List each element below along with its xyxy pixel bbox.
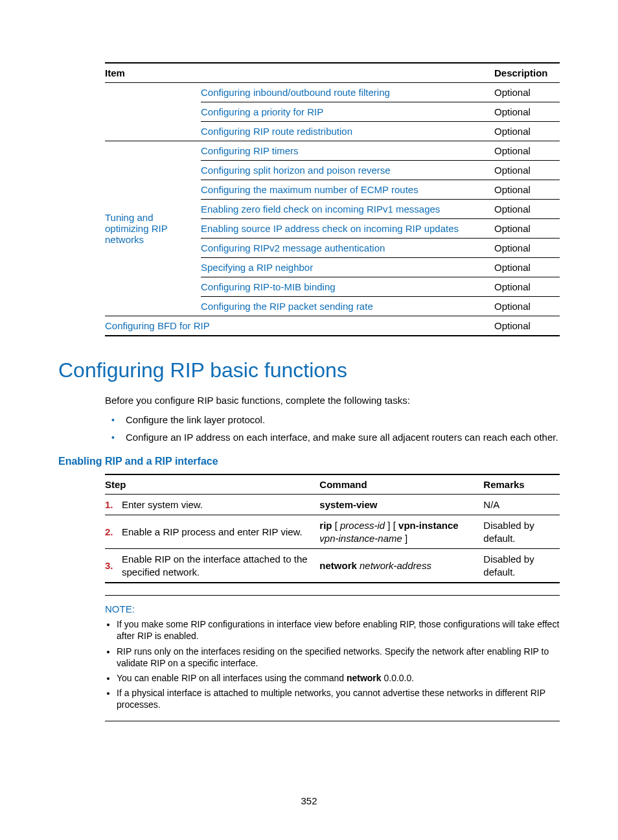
link[interactable]: Specifying a RIP neighbor	[201, 262, 313, 273]
desc-cell: Optional	[494, 258, 560, 277]
section-heading: Configuring RIP basic functions	[58, 358, 560, 382]
desc-cell: Optional	[494, 219, 560, 239]
desc-cell: Optional	[494, 277, 560, 297]
link[interactable]: Configuring the RIP packet sending rate	[201, 301, 373, 312]
note-item: You can enable RIP on all interfaces usi…	[117, 672, 560, 684]
task-table: Item Description Configuring inbound/out…	[105, 62, 560, 336]
desc-cell: Optional	[494, 122, 560, 141]
prereq-list: Configure the link layer protocol. Confi…	[105, 414, 560, 444]
step-table: Step Command Remarks 1. Enter system vie…	[105, 474, 560, 584]
link[interactable]: Enabling source IP address check on inco…	[201, 223, 459, 234]
remarks-cell: N/A	[483, 494, 560, 515]
note-box: NOTE: If you make some RIP configuration…	[105, 595, 560, 721]
link[interactable]: Configuring RIP route redistribution	[201, 126, 352, 137]
note-item: RIP runs only on the interfaces residing…	[117, 646, 560, 669]
note-item: If a physical interface is attached to m…	[117, 687, 560, 710]
link[interactable]: Configuring split horizon and poison rev…	[201, 165, 391, 176]
desc-cell: Optional	[494, 297, 560, 316]
link[interactable]: Configuring BFD for RIP	[105, 320, 210, 331]
desc-cell: Optional	[494, 102, 560, 122]
cmd-cell: rip [ process-id ] [ vpn-instancevpn-ins…	[319, 515, 483, 549]
desc-cell: Optional	[494, 180, 560, 200]
th-cmd: Command	[319, 474, 483, 495]
page: Item Description Configuring inbound/out…	[0, 0, 618, 840]
group-label[interactable]: Tuning and optimizing RIP networks	[105, 141, 201, 316]
step-num: 2.	[105, 515, 122, 549]
link[interactable]: Configuring inbound/outbound route filte…	[201, 87, 390, 98]
step-text: Enter system view.	[122, 494, 319, 515]
th-desc: Description	[494, 63, 560, 83]
intro-paragraph: Before you configure RIP basic functions…	[105, 394, 560, 407]
cmd-cell: system-view	[319, 494, 483, 515]
desc-cell: Optional	[494, 83, 560, 102]
note-title: NOTE:	[105, 603, 560, 614]
step-num: 3.	[105, 549, 122, 583]
step-num: 1.	[105, 494, 122, 515]
link[interactable]: Enabling zero field check on incoming RI…	[201, 204, 440, 215]
desc-cell: Optional	[494, 316, 560, 336]
note-item: If you make some RIP configurations in i…	[117, 618, 560, 642]
link[interactable]: Configuring a priority for RIP	[201, 106, 323, 117]
list-item: Configure an IP address on each interfac…	[123, 431, 560, 444]
link[interactable]: Configuring RIPv2 message authentication	[201, 242, 385, 253]
step-text: Enable a RIP process and enter RIP view.	[122, 515, 319, 549]
cmd-cell: network network-address	[319, 549, 483, 583]
remarks-cell: Disabled by default.	[483, 515, 560, 549]
page-number: 352	[0, 795, 618, 806]
desc-cell: Optional	[494, 239, 560, 258]
desc-cell: Optional	[494, 141, 560, 161]
link[interactable]: Configuring RIP-to-MIB binding	[201, 281, 336, 292]
list-item: Configure the link layer protocol.	[123, 414, 560, 426]
desc-cell: Optional	[494, 161, 560, 180]
link[interactable]: Configuring the maximum number of ECMP r…	[201, 184, 418, 195]
subsection-heading: Enabling RIP and a RIP interface	[58, 456, 560, 467]
th-step: Step	[105, 474, 319, 495]
th-remarks: Remarks	[483, 474, 560, 495]
note-list: If you make some RIP configurations in i…	[105, 618, 560, 710]
desc-cell: Optional	[494, 200, 560, 219]
remarks-cell: Disabled by default.	[483, 549, 560, 583]
th-item: Item	[105, 63, 494, 83]
step-text: Enable RIP on the interface attached to …	[122, 549, 319, 583]
link[interactable]: Configuring RIP timers	[201, 145, 299, 156]
